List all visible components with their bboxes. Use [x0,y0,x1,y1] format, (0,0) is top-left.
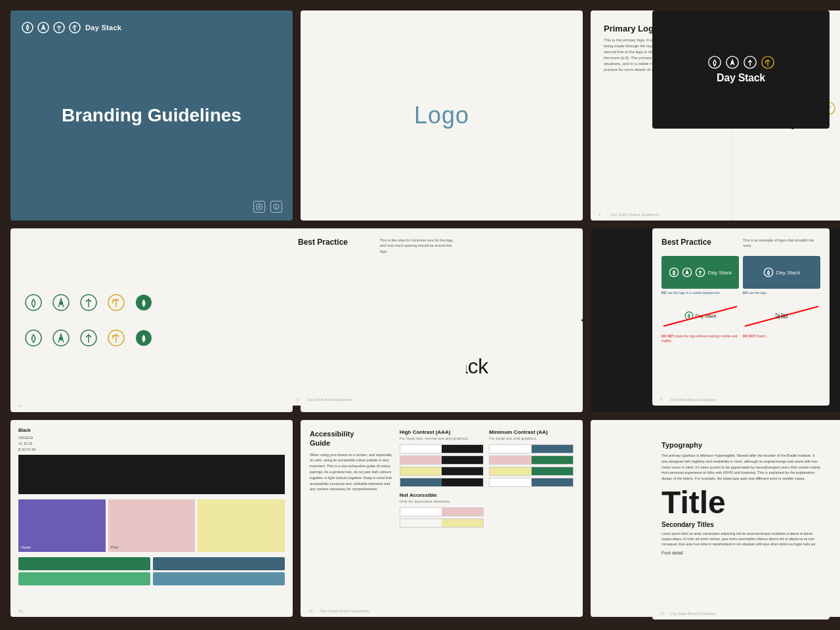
high-contrast-sub: For large text, normal text and graphics… [400,436,484,440]
acc-right: Minimum Contrast (AA) For large text and… [489,429,574,608]
swatch-green-med [18,572,150,585]
cp-white [400,445,442,453]
cp-yellow [400,467,442,475]
slide-branding: Day Stack Branding Guidelines [10,10,293,220]
showcase-icon-filled [134,293,154,312]
page-num-wordmarque: 5 [308,312,310,316]
brand-guide-label-acc: Day Stack Brand Guidelines [320,609,369,613]
branding-title: Branding Guidelines [62,104,242,127]
brand-guide-label-wordmarque: Day Stack Brand Guidelines [320,312,369,316]
mc-yellow [490,467,531,475]
daystack-logo: Day Stack [768,101,836,130]
wordmarque-point-1: the icon is used alone in the same page [324,264,567,272]
ds-icons [768,101,836,116]
swatch-blue-med [153,572,285,585]
showcase-icon-3 [79,293,98,312]
ds-icon-1 [768,101,783,116]
slide-icons-showcase: 4 [10,228,293,412]
swatch-pink: Pink [108,499,196,552]
not-accessible-sub: Only for decorative elements. [400,499,484,503]
wordmarque-point-2: no icon is needed because a simpler logo… [324,273,567,281]
brand-name-small: Day Stack [85,24,121,32]
mc-green-2 [532,467,573,475]
contrast-pair-4 [400,478,484,487]
info-icon [270,201,282,213]
black-rgb: 41 30 19 [18,441,285,447]
showcase-icon-7 [79,328,98,348]
not-accessible-section: Not Accessible Only for decorative eleme… [400,492,484,528]
slide-typography-center: Typography [591,420,840,617]
wordmarque-body: The wordmarque can be used when: the ico… [316,257,567,281]
typography-center-title: Typography [660,504,803,534]
black-label: Black [18,428,285,432]
page-num-colors: 10 [18,609,23,613]
acc-heading: Accessibility Guide [310,429,394,448]
mc-pair-2 [489,455,574,465]
slide-colors: Black #291E19 41 30 19 B 32 54 84 Violet… [10,420,293,617]
wordmarque-col: Wordmarque The wordmarque can be used wh… [301,228,583,412]
showcase-icon-8 [106,328,126,348]
wordmarque-desc: The wordmarque can be used when: [316,258,386,262]
showcase-icon-2 [51,293,71,312]
swatch-blue-dark [153,557,285,570]
high-contrast-pairs [400,444,484,487]
mc-pink [490,456,531,464]
cp-black-4 [442,478,483,486]
page-num-primary: 2 [598,213,600,217]
na-yellow [442,519,483,527]
swatch-black [18,455,285,494]
color-swatches-bottom [18,557,285,585]
svg-point-2 [43,28,44,29]
link-icon [253,201,265,213]
leaf-icon-3 [52,21,66,34]
svg-point-14 [60,302,62,304]
page-num-acc: 12 [308,609,313,613]
slide-logo: Logo [301,10,583,220]
showcase-icon-filled-2 [134,328,154,348]
primary-logo-text: This is the primary logo. It represents … [604,37,718,73]
na-cream [400,519,442,527]
main-grid: Day Stack Branding Guidelines Logo Pr [0,0,840,630]
wordmarque-dark-text: Day Stack [685,308,778,333]
slide-accessibility: Accessibility Guide When using your bran… [301,420,583,617]
slide-wordmarque-info: Wordmarque The wordmarque can be used wh… [301,228,583,320]
cp-black-3 [442,467,483,475]
svg-point-20 [60,337,62,340]
brand-icons [21,21,81,34]
swatch-yellow [198,499,285,552]
min-contrast-pairs [489,444,574,487]
svg-point-12 [26,295,41,310]
acc-left: Accessibility Guide When using your bran… [310,429,394,608]
svg-point-0 [22,22,33,33]
mc-pair-4 [489,478,574,487]
na-white [400,508,442,516]
cp-pink [400,456,442,464]
min-contrast-heading: Minimum Contrast (AA) [489,429,574,435]
ds-icon-4 [822,101,836,116]
footer-icons [253,201,282,213]
mc-blue [532,445,573,453]
logo-title: Logo [414,102,469,129]
wordmarque-white-text: Day Stack [395,354,488,379]
svg-point-9 [793,108,795,110]
cp-black-2 [442,456,483,464]
slide-wordmarque-dark: Day Stack [591,228,840,412]
contrast-pair-1 [400,444,484,453]
wordmarque-heading: Wordmarque [316,242,567,251]
acc-mid: High Contrast (AAA) For large text, norm… [400,429,484,608]
primary-logo-heading: Primary Logo [604,24,718,33]
na-pair-2 [400,518,484,528]
leaf-icon-2 [37,21,50,34]
mc-green [532,456,573,464]
primary-logo-right: Day Stack [732,10,840,220]
ds-wordmark: Day Stack [778,118,827,130]
sprout-icon [68,21,81,34]
not-accessible-pairs [400,507,484,528]
mc-white [490,445,531,453]
showcase-icon-5 [24,328,43,348]
mc-white-2 [490,478,531,486]
svg-point-18 [26,330,41,346]
contrast-pair-2 [400,455,484,465]
brand-header: Day Stack [21,21,121,34]
icons-row-1 [24,293,154,312]
